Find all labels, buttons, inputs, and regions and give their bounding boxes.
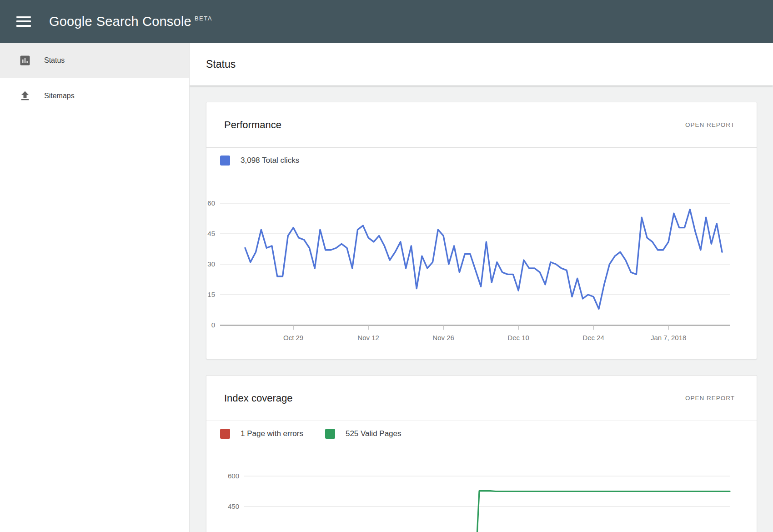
svg-text:Oct 29: Oct 29 (283, 334, 303, 341)
svg-text:Nov 26: Nov 26 (432, 334, 454, 341)
svg-text:Dec 24: Dec 24 (582, 334, 604, 341)
svg-text:Dec 10: Dec 10 (507, 334, 529, 341)
sidebar: Status Sitemaps (0, 43, 190, 532)
svg-text:600: 600 (228, 472, 239, 480)
upload-icon (19, 90, 31, 102)
beta-badge: BETA (195, 15, 212, 22)
logo-google: Google (49, 14, 92, 29)
performance-card: Performance OPEN REPORT 3,098 Total clic… (206, 102, 757, 359)
svg-text:0: 0 (211, 321, 215, 329)
sidebar-item-status[interactable]: Status (0, 43, 189, 78)
sidebar-item-sitemaps[interactable]: Sitemaps (0, 78, 189, 114)
svg-text:Jan 7, 2018: Jan 7, 2018 (651, 334, 686, 341)
svg-text:15: 15 (207, 291, 215, 298)
svg-text:60: 60 (207, 199, 215, 207)
svg-text:30: 30 (207, 260, 215, 268)
page-title-bar: Status (189, 43, 773, 85)
index-coverage-chart: 600450 (206, 376, 757, 532)
bar-chart-icon (19, 54, 31, 67)
menu-icon[interactable] (16, 16, 31, 27)
page-title: Status (206, 58, 236, 70)
svg-text:45: 45 (207, 230, 215, 237)
performance-line-chart: 015304560Oct 29Nov 12Nov 26Dec 10Dec 24J… (206, 102, 757, 359)
app-logo: Google Search Console BETA (49, 14, 212, 29)
index-coverage-card: Index coverage OPEN REPORT 1 Page with e… (206, 375, 757, 532)
svg-text:450: 450 (228, 502, 239, 510)
performance-chart: 015304560Oct 29Nov 12Nov 26Dec 10Dec 24J… (206, 102, 757, 359)
sidebar-item-label: Status (44, 56, 65, 65)
svg-text:Nov 12: Nov 12 (357, 334, 379, 341)
app-header: Google Search Console BETA ? (0, 0, 773, 43)
index-coverage-line-chart: 600450 (206, 376, 757, 532)
sidebar-item-label: Sitemaps (44, 92, 75, 100)
logo-product: Search Console (96, 14, 191, 29)
